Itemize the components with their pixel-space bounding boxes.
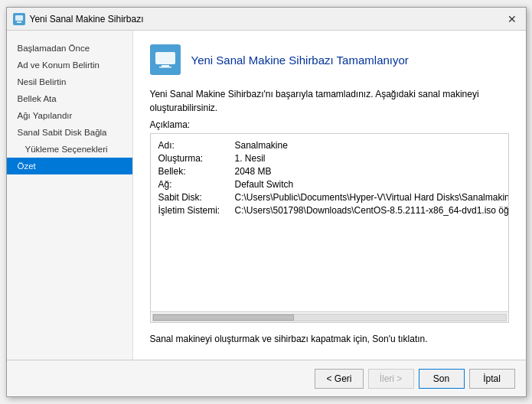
title-bar: Yeni Sanal Makine Sihirbazı ✕ <box>7 8 526 31</box>
sidebar-item-bellek[interactable]: Bellek Ata <box>7 90 132 107</box>
summary-key: Oluşturma: <box>158 153 235 164</box>
summary-value: 1. Nesil <box>235 153 266 164</box>
next-button[interactable]: İleri > <box>368 369 414 389</box>
summary-key: Ağ: <box>158 179 235 190</box>
back-button[interactable]: < Geri <box>315 369 363 389</box>
main-header: Yeni Sanal Makine Sihirbazı Tamamlanıyor <box>150 44 509 75</box>
footer-info-text: Sanal makineyi oluşturmak ve sihirbazı k… <box>150 332 509 346</box>
summary-content: Adı:SanalmakineOluşturma:1. NesilBellek:… <box>151 134 508 311</box>
summary-row: İşletim Sistemi:C:\Users\501798\Download… <box>158 205 501 216</box>
sidebar-item-baslama[interactable]: Başlamadan Önce <box>7 40 132 57</box>
content-area: Başlamadan ÖnceAd ve Konum BelirtinNesil… <box>7 31 526 360</box>
summary-row: Oluşturma:1. Nesil <box>158 153 501 164</box>
summary-value: Sanalmakine <box>235 140 288 151</box>
cancel-button[interactable]: İptal <box>469 369 515 389</box>
svg-rect-0 <box>15 15 23 21</box>
close-button[interactable]: ✕ <box>504 11 520 27</box>
sidebar-item-sabitdisk[interactable]: Sanal Sabit Disk Bağla <box>7 124 132 141</box>
summary-key: Sabit Disk: <box>158 192 235 203</box>
summary-value: 2048 MB <box>235 166 272 177</box>
sidebar-item-yukleme[interactable]: Yükleme Seçenekleri <box>7 141 132 158</box>
summary-value: Default Switch <box>235 179 294 190</box>
scroll-thumb <box>153 314 294 321</box>
summary-row: Bellek:2048 MB <box>158 166 501 177</box>
main-panel: Yeni Sanal Makine Sihirbazı Tamamlanıyor… <box>133 31 526 360</box>
svg-rect-1 <box>17 21 21 23</box>
horizontal-scrollbar[interactable] <box>151 311 508 322</box>
description-text: Yeni Sanal Makine Sihirbazı'nı başarıyla… <box>150 87 509 115</box>
summary-key: Adı: <box>158 140 235 151</box>
summary-value: C:\Users\Public\Documents\Hyper-V\Virtua… <box>235 192 508 203</box>
summary-row: Ağ:Default Switch <box>158 179 501 190</box>
window-title: Yeni Sanal Makine Sihirbazı <box>30 14 144 24</box>
summary-box: Adı:SanalmakineOluşturma:1. NesilBellek:… <box>150 133 509 323</box>
header-icon <box>150 44 181 75</box>
window-icon <box>13 13 25 25</box>
sidebar: Başlamadan ÖnceAd ve Konum BelirtinNesil… <box>7 31 133 360</box>
title-bar-left: Yeni Sanal Makine Sihirbazı <box>13 13 144 25</box>
summary-key: Bellek: <box>158 166 235 177</box>
main-title: Yeni Sanal Makine Sihirbazı Tamamlanıyor <box>191 54 409 67</box>
wizard-window: Yeni Sanal Makine Sihirbazı ✕ Başlamadan… <box>6 7 527 397</box>
sidebar-item-nesil[interactable]: Nesil Belirtin <box>7 73 132 90</box>
aciklama-label: Açıklama: <box>150 119 509 130</box>
sidebar-item-ag[interactable]: Ağı Yapılandır <box>7 107 132 124</box>
summary-key: İşletim Sistemi: <box>158 205 235 216</box>
scroll-track <box>152 314 507 321</box>
sidebar-item-adkonum[interactable]: Ad ve Konum Belirtin <box>7 57 132 73</box>
svg-rect-2 <box>155 52 175 64</box>
summary-row: Sabit Disk:C:\Users\Public\Documents\Hyp… <box>158 192 501 203</box>
sidebar-item-ozet[interactable]: Özet <box>7 158 132 174</box>
finish-button[interactable]: Son <box>419 369 465 389</box>
footer: < Geri İleri > Son İptal <box>7 360 526 396</box>
svg-rect-4 <box>159 67 171 68</box>
summary-row: Adı:Sanalmakine <box>158 140 501 151</box>
summary-value: C:\Users\501798\Downloads\CentOS-8.5.211… <box>235 205 508 216</box>
